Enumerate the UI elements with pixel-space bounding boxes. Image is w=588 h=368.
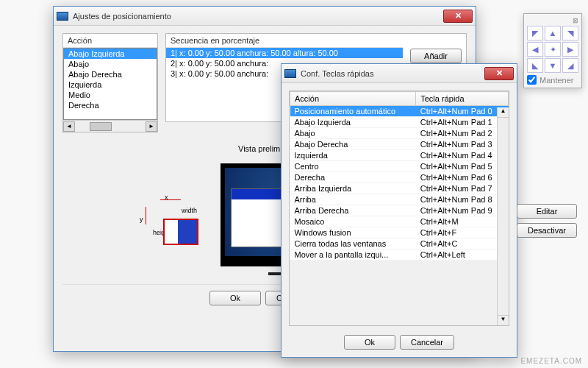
cell-hotkey: Ctrl+Alt+Num Pad 4 bbox=[416, 150, 509, 161]
cell-hotkey: Ctrl+Alt+Num Pad 8 bbox=[416, 194, 509, 205]
cell-hotkey: Ctrl+Alt+Num Pad 9 bbox=[416, 205, 509, 216]
cell-action: Cierra todas las ventanas bbox=[290, 238, 416, 250]
col-action-header[interactable]: Acción bbox=[290, 92, 416, 106]
close-icon[interactable]: ⊠ bbox=[527, 17, 578, 26]
cell-hotkey: Ctrl+Alt+M bbox=[416, 216, 509, 227]
arrow-grid: ◤ ▲ ◥ ◀ ✦ ▶ ◣ ▼ ◢ bbox=[527, 26, 578, 73]
close-button[interactable]: ✕ bbox=[443, 10, 473, 23]
table-row[interactable]: MosaicoCtrl+Alt+M bbox=[290, 216, 509, 227]
arrow-ne-button[interactable]: ◥ bbox=[562, 26, 578, 40]
action-listbox[interactable]: Abajo Izquierda Abajo Abajo Derecha Izqu… bbox=[63, 48, 157, 120]
list-item[interactable]: Medio bbox=[64, 90, 157, 100]
cell-action: Windows fusion bbox=[290, 227, 416, 238]
titlebar: Conf. Teclas rápidas ✕ bbox=[282, 64, 517, 83]
table-row[interactable]: Cierra todas las ventanasCtrl+Alt+C bbox=[290, 238, 509, 250]
keep-label: Mantener bbox=[539, 76, 573, 85]
arrow-e-button[interactable]: ▶ bbox=[562, 42, 578, 57]
cell-action: Abajo Izquierda bbox=[290, 117, 416, 128]
add-button[interactable]: Añadir bbox=[410, 49, 462, 63]
cell-hotkey: Ctrl+Alt+Num Pad 7 bbox=[416, 183, 509, 194]
list-item[interactable]: Izquierda bbox=[64, 79, 157, 90]
hotkey-table: Acción Tecla rápida Posicionamiento auto… bbox=[290, 91, 509, 261]
scroll-up-icon[interactable]: ▲ bbox=[498, 107, 509, 118]
scroll-down-icon[interactable]: ▼ bbox=[498, 315, 509, 325]
action-column-header: Acción bbox=[63, 34, 157, 48]
table-row[interactable]: Abajo IzquierdaCtrl+Alt+Num Pad 1 bbox=[290, 117, 509, 128]
coord-width-label: width bbox=[182, 207, 197, 214]
list-item[interactable]: Abajo Derecha bbox=[64, 69, 157, 79]
list-item[interactable]: 1| x: 0.00 y: 50.00 anchura: 50.00 altur… bbox=[166, 48, 403, 58]
coord-y-label: y bbox=[140, 216, 143, 223]
table-row[interactable]: ArribaCtrl+Alt+Num Pad 8 bbox=[290, 194, 509, 205]
table-row[interactable]: Abajo DerechaCtrl+Alt+Num Pad 3 bbox=[290, 139, 509, 150]
window-title: Conf. Teclas rápidas bbox=[301, 69, 484, 78]
cell-hotkey: Ctrl+Alt+F bbox=[416, 227, 509, 238]
scroll-left-icon[interactable]: ◄ bbox=[63, 121, 75, 132]
cell-action: Izquierda bbox=[290, 150, 416, 161]
vertical-scrollbar[interactable]: ▲ ▼ bbox=[497, 107, 509, 325]
cell-hotkey: Ctrl+Alt+Num Pad 1 bbox=[416, 117, 509, 128]
app-icon bbox=[284, 69, 296, 78]
arrow-s-button[interactable]: ▼ bbox=[545, 58, 561, 73]
keep-checkbox-row[interactable]: Mantener bbox=[527, 75, 578, 85]
app-icon bbox=[57, 12, 68, 21]
table-row[interactable]: Windows fusionCtrl+Alt+F bbox=[290, 227, 509, 238]
hotkey-window: Conf. Teclas rápidas ✕ Acción Tecla rápi… bbox=[281, 63, 517, 358]
list-item[interactable]: Abajo bbox=[64, 59, 157, 69]
col-key-header[interactable]: Tecla rápida bbox=[416, 92, 509, 106]
cell-action: Abajo Derecha bbox=[290, 139, 416, 150]
cell-action: Arriba bbox=[290, 194, 416, 205]
arrow-n-button[interactable]: ▲ bbox=[545, 26, 561, 40]
arrow-center-button[interactable]: ✦ bbox=[545, 42, 561, 57]
titlebar: Ajustes de posicionamiento ✕ bbox=[54, 7, 476, 26]
arrow-nw-button[interactable]: ◤ bbox=[527, 26, 543, 40]
horizontal-scrollbar[interactable]: ◄ ► bbox=[63, 120, 157, 132]
table-row[interactable]: CentroCtrl+Alt+Num Pad 5 bbox=[290, 161, 509, 172]
table-row[interactable]: Mover a la pantalla izqui...Ctrl+Alt+Lef… bbox=[290, 250, 509, 261]
table-row[interactable]: Arriba DerechaCtrl+Alt+Num Pad 9 bbox=[290, 205, 509, 216]
list-item[interactable]: Derecha bbox=[64, 100, 157, 110]
arrow-pad-window: ⊠ ◤ ▲ ◥ ◀ ✦ ▶ ◣ ▼ ◢ Mantener bbox=[523, 13, 582, 88]
table-row[interactable]: AbajoCtrl+Alt+Num Pad 2 bbox=[290, 128, 509, 139]
cell-hotkey: Ctrl+Alt+Left bbox=[416, 250, 509, 261]
sequence-column-header: Secuencia en porcentaje bbox=[166, 34, 403, 48]
cell-action: Arriba Izquierda bbox=[290, 183, 416, 194]
keep-checkbox[interactable] bbox=[527, 75, 537, 85]
table-row[interactable]: IzquierdaCtrl+Alt+Num Pad 4 bbox=[290, 150, 509, 161]
ok-button[interactable]: Ok bbox=[344, 335, 395, 350]
cell-hotkey: Ctrl+Alt+Num Pad 2 bbox=[416, 128, 509, 139]
window-title: Ajustes de posicionamiento bbox=[73, 12, 443, 21]
scroll-right-icon[interactable]: ► bbox=[146, 121, 157, 132]
coordinate-diagram: x y width height bbox=[140, 194, 198, 245]
list-item[interactable]: Abajo Izquierda bbox=[64, 49, 157, 59]
table-row[interactable]: Arriba IzquierdaCtrl+Alt+Num Pad 7 bbox=[290, 183, 509, 194]
footer-brand: EMEZETA.COM bbox=[520, 357, 582, 365]
cell-action: Abajo bbox=[290, 128, 416, 139]
ok-button[interactable]: Ok bbox=[209, 291, 261, 305]
cell-action: Derecha bbox=[290, 172, 416, 183]
cell-action: Mover a la pantalla izqui... bbox=[290, 250, 416, 261]
scroll-thumb[interactable] bbox=[90, 122, 112, 131]
close-button[interactable]: ✕ bbox=[484, 67, 514, 80]
cell-hotkey: Ctrl+Alt+Num Pad 5 bbox=[416, 161, 509, 172]
table-row[interactable]: DerechaCtrl+Alt+Num Pad 6 bbox=[290, 172, 509, 183]
table-row[interactable]: Posicionamiento automáticoCtrl+Alt+Num P… bbox=[290, 106, 509, 117]
arrow-se-button[interactable]: ◢ bbox=[562, 58, 578, 73]
cell-hotkey: Ctrl+Alt+Num Pad 6 bbox=[416, 172, 509, 183]
arrow-w-button[interactable]: ◀ bbox=[527, 42, 543, 57]
edit-button[interactable]: Editar bbox=[517, 204, 577, 219]
cell-action: Posicionamiento automático bbox=[290, 106, 416, 117]
cell-action: Arriba Derecha bbox=[290, 205, 416, 216]
cell-action: Centro bbox=[290, 161, 416, 172]
cancel-button[interactable]: Cancelar bbox=[400, 335, 454, 350]
cell-action: Mosaico bbox=[290, 216, 416, 227]
arrow-sw-button[interactable]: ◣ bbox=[527, 58, 543, 73]
disable-button[interactable]: Desactivar bbox=[517, 223, 577, 238]
cell-hotkey: Ctrl+Alt+Num Pad 3 bbox=[416, 139, 509, 150]
cell-hotkey: Ctrl+Alt+C bbox=[416, 238, 509, 250]
cell-hotkey: Ctrl+Alt+Num Pad 0 bbox=[416, 106, 509, 117]
